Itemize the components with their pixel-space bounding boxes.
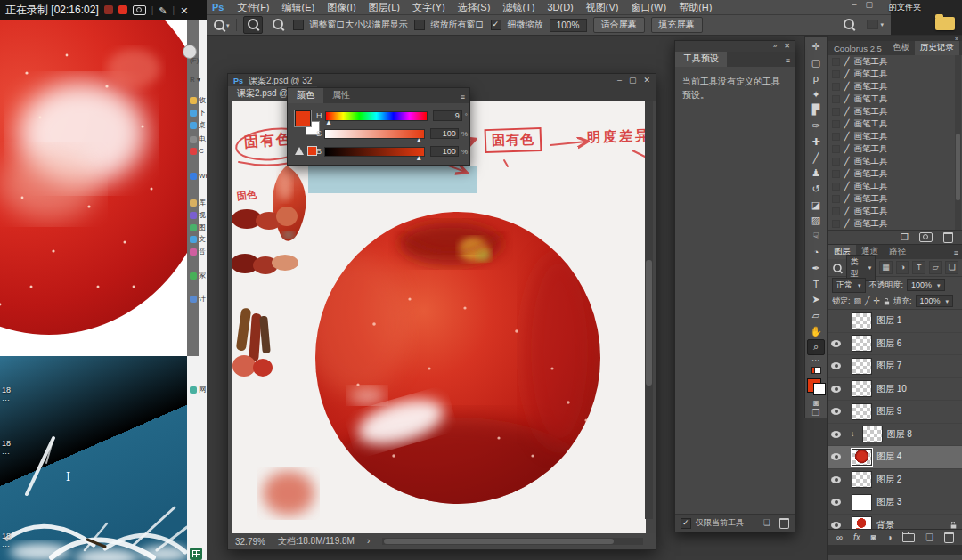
desktop-folder[interactable]: 的文件夹 bbox=[889, 2, 955, 34]
eyedropper-tool[interactable]: ✑ bbox=[807, 118, 825, 134]
maximize-icon[interactable] bbox=[865, 1, 873, 9]
blend-mode-dropdown[interactable]: 正常 bbox=[832, 278, 866, 293]
gamut-warning[interactable] bbox=[295, 146, 317, 156]
panel-menu-icon[interactable] bbox=[950, 249, 962, 259]
explorer-item[interactable]: 视 bbox=[190, 210, 206, 220]
history-source-checkbox[interactable] bbox=[832, 120, 840, 128]
new-document-from-state-icon[interactable] bbox=[901, 233, 909, 242]
close-panel-icon[interactable] bbox=[784, 43, 790, 50]
panel-menu-icon[interactable] bbox=[781, 57, 795, 67]
history-scrollbar[interactable] bbox=[955, 55, 961, 230]
zoom-in-button[interactable] bbox=[243, 16, 263, 34]
lock-position-icon[interactable] bbox=[873, 297, 880, 305]
default-colors-icon[interactable] bbox=[811, 367, 821, 374]
menu-item[interactable]: 图层(L) bbox=[363, 1, 406, 14]
fill-dropdown[interactable]: 100% bbox=[916, 295, 954, 307]
adjustment-layer-icon[interactable] bbox=[886, 533, 892, 542]
history-step[interactable]: 画笔工具 bbox=[828, 192, 962, 205]
layer-row[interactable]: 图层 8 bbox=[828, 424, 962, 447]
gradient-tool[interactable]: ▨ bbox=[807, 213, 825, 229]
explorer-item[interactable]: 音 bbox=[190, 247, 206, 256]
link-layers-icon[interactable] bbox=[836, 533, 843, 542]
history-source-checkbox[interactable] bbox=[832, 183, 840, 191]
current-tool-only-checkbox[interactable] bbox=[681, 518, 691, 529]
panel-tab[interactable]: 色板 bbox=[887, 41, 915, 55]
pencil-icon[interactable] bbox=[159, 2, 167, 18]
history-source-checkbox[interactable] bbox=[832, 170, 840, 178]
history-source-checkbox[interactable] bbox=[832, 95, 840, 103]
lock-transparency-icon[interactable] bbox=[854, 297, 862, 305]
foreground-color-swatch[interactable] bbox=[295, 110, 311, 126]
layer-thumbnail[interactable] bbox=[852, 471, 872, 488]
lock-all-icon[interactable] bbox=[885, 301, 889, 304]
layer-thumbnail[interactable] bbox=[852, 312, 872, 329]
visibility-toggle[interactable] bbox=[828, 310, 844, 332]
history-source-checkbox[interactable] bbox=[832, 133, 840, 141]
layer-thumbnail[interactable] bbox=[852, 358, 872, 375]
filter-adjustment-icon[interactable] bbox=[896, 261, 909, 274]
explorer-item[interactable]: 桌 bbox=[190, 120, 206, 130]
slider-marker-icon[interactable] bbox=[415, 136, 422, 144]
history-step[interactable]: 画笔工具 bbox=[828, 80, 962, 93]
history-step[interactable]: 画笔工具 bbox=[828, 93, 962, 105]
explorer-item[interactable]: 库 bbox=[190, 198, 206, 207]
menu-item[interactable]: 视图(V) bbox=[580, 1, 625, 14]
clone-stamp-tool[interactable]: ♟ bbox=[807, 166, 825, 182]
color-swatches[interactable] bbox=[806, 378, 826, 395]
menu-item[interactable]: 文字(Y) bbox=[406, 1, 452, 14]
new-layer-icon[interactable] bbox=[925, 533, 933, 542]
new-group-icon[interactable] bbox=[902, 533, 915, 542]
fit-screen-button[interactable]: 适合屏幕 bbox=[593, 17, 645, 33]
layer-row[interactable]: 图层 7 bbox=[828, 355, 962, 378]
fill-screen-button[interactable]: 填充屏幕 bbox=[651, 17, 703, 33]
history-step[interactable]: 画笔工具 bbox=[828, 118, 962, 130]
shape-tool[interactable]: ▱ bbox=[807, 307, 825, 323]
visibility-toggle[interactable] bbox=[828, 378, 844, 401]
slider-value-field[interactable]: 100 bbox=[430, 128, 459, 139]
layer-row[interactable]: 图层 10 bbox=[828, 378, 962, 402]
history-brush-tool[interactable]: ↺ bbox=[807, 182, 825, 198]
layer-style-icon[interactable] bbox=[853, 533, 860, 542]
visibility-toggle[interactable] bbox=[828, 491, 844, 514]
doc-maximize-icon[interactable] bbox=[629, 77, 637, 85]
layer-thumbnail[interactable] bbox=[852, 335, 872, 352]
doc-minimize-icon[interactable] bbox=[617, 77, 622, 85]
quick-selection-tool[interactable]: ✦ bbox=[807, 86, 825, 102]
slider-bar[interactable] bbox=[324, 129, 424, 139]
doc-close-icon[interactable] bbox=[643, 77, 650, 85]
add-mask-icon[interactable] bbox=[871, 533, 876, 542]
smudge-tool[interactable]: ☟ bbox=[807, 229, 825, 245]
explorer-item[interactable]: 下 bbox=[190, 108, 206, 118]
screen-mode-icon[interactable] bbox=[807, 409, 825, 418]
opacity-dropdown[interactable]: 100% bbox=[907, 279, 945, 291]
filter-shape-icon[interactable] bbox=[929, 261, 942, 274]
slider-value-field[interactable]: 9 bbox=[433, 110, 462, 121]
menu-item[interactable]: 窗口(W) bbox=[624, 1, 673, 14]
tab-color[interactable]: 颜色 bbox=[288, 88, 323, 103]
history-step[interactable]: 画笔工具 bbox=[828, 167, 962, 180]
camera-icon[interactable] bbox=[133, 5, 146, 15]
quick-mask-icon[interactable] bbox=[807, 399, 825, 408]
lock-paint-icon[interactable] bbox=[865, 297, 869, 305]
history-step[interactable]: 画笔工具 bbox=[828, 55, 962, 68]
hand-tool[interactable]: ✋ bbox=[807, 323, 825, 339]
layer-thumbnail[interactable] bbox=[852, 494, 872, 511]
lasso-tool[interactable]: ρ bbox=[807, 70, 825, 86]
record-icon[interactable] bbox=[118, 5, 127, 14]
zoom-tool[interactable]: ⌕ bbox=[807, 339, 825, 355]
delete-state-icon[interactable] bbox=[943, 232, 953, 243]
explorer-item[interactable]: 图 bbox=[190, 223, 206, 232]
layer-thumbnail[interactable] bbox=[852, 403, 872, 420]
explorer-item[interactable]: C bbox=[190, 147, 204, 155]
minimize-icon[interactable] bbox=[852, 1, 856, 9]
history-step[interactable]: 画笔工具 bbox=[828, 180, 962, 192]
layer-row[interactable]: 背景 bbox=[828, 515, 962, 530]
history-source-checkbox[interactable] bbox=[832, 158, 840, 166]
visibility-toggle[interactable] bbox=[828, 446, 844, 468]
menu-item[interactable]: 编辑(E) bbox=[276, 1, 322, 14]
menu-item[interactable]: 帮助(H) bbox=[673, 1, 718, 14]
history-step[interactable]: 画笔工具 bbox=[828, 217, 962, 230]
excel-file-icon[interactable] bbox=[190, 548, 202, 560]
delete-preset-icon[interactable] bbox=[779, 518, 789, 529]
explorer-item[interactable]: 文 bbox=[190, 234, 206, 244]
